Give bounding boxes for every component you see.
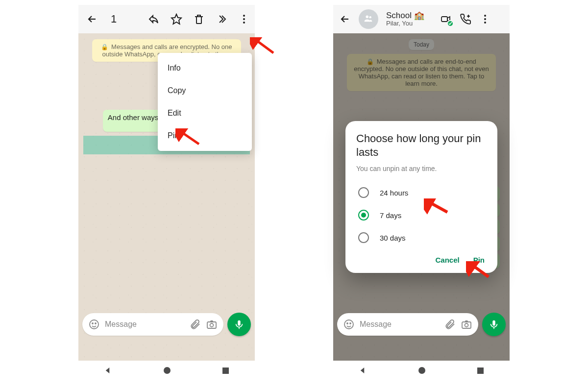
nav-home-icon[interactable] xyxy=(163,367,171,376)
svg-rect-11 xyxy=(207,322,216,328)
composer: Message xyxy=(82,313,251,336)
lock-icon: 🔒 xyxy=(101,44,108,50)
camera-icon[interactable] xyxy=(206,318,218,330)
nav-home-icon[interactable] xyxy=(418,367,426,376)
menu-item-copy[interactable]: Copy xyxy=(158,79,252,102)
android-navbar xyxy=(78,361,255,382)
back-arrow-icon[interactable] xyxy=(339,13,351,25)
dialog-subtitle: You can unpin at any time. xyxy=(356,165,487,172)
svg-point-1 xyxy=(243,15,245,17)
radio-icon xyxy=(358,210,369,220)
radio-option-30d[interactable]: 30 days xyxy=(356,226,487,249)
chat-area: Today 🔒 Messages and calls are end-to-en… xyxy=(333,33,510,361)
svg-point-14 xyxy=(164,367,171,374)
svg-point-17 xyxy=(369,16,371,18)
more-icon[interactable] xyxy=(238,13,250,25)
message-input[interactable]: Message xyxy=(82,313,223,336)
svg-line-5 xyxy=(255,39,273,53)
svg-point-3 xyxy=(243,22,245,24)
chat-title-block[interactable]: School 🏫 Pilar, You xyxy=(386,11,424,27)
radio-icon xyxy=(358,187,369,198)
chat-area: 🔒 Messages and calls are encrypted. No o… xyxy=(78,33,255,361)
radio-option-24h[interactable]: 24 hours xyxy=(356,181,487,204)
svg-point-34 xyxy=(418,367,425,374)
nav-recent-icon[interactable] xyxy=(222,367,229,376)
svg-marker-0 xyxy=(172,14,181,24)
svg-rect-18 xyxy=(441,17,447,22)
mic-button[interactable] xyxy=(227,313,251,336)
pin-duration-dialog: Choose how long your pin lasts You can u… xyxy=(345,121,497,273)
nav-back-icon[interactable] xyxy=(104,366,113,377)
menu-item-pin[interactable]: Pin xyxy=(158,124,252,147)
svg-rect-15 xyxy=(222,368,229,374)
selection-toolbar: 1 xyxy=(78,5,255,33)
svg-point-22 xyxy=(484,18,486,20)
online-badge-icon xyxy=(447,20,454,27)
context-menu: Info Copy Edit Pin xyxy=(158,53,252,151)
phone-right: School 🏫 Pilar, You Today 🔒 Messages and… xyxy=(333,5,510,382)
svg-point-21 xyxy=(484,15,486,17)
attach-icon[interactable] xyxy=(189,318,201,330)
group-icon xyxy=(363,13,374,25)
video-call-icon[interactable] xyxy=(440,13,452,25)
add-call-icon[interactable] xyxy=(460,13,471,25)
selection-count: 1 xyxy=(111,13,117,25)
svg-point-12 xyxy=(210,323,214,327)
android-navbar xyxy=(333,361,510,382)
forward-icon[interactable] xyxy=(216,13,227,25)
nav-back-icon[interactable] xyxy=(359,366,368,377)
chat-subtitle: Pilar, You xyxy=(386,20,424,27)
trash-icon[interactable] xyxy=(193,13,205,25)
input-placeholder: Message xyxy=(105,320,184,329)
star-icon[interactable] xyxy=(171,13,182,25)
more-icon[interactable] xyxy=(479,13,491,25)
svg-point-16 xyxy=(366,16,369,19)
reply-icon[interactable] xyxy=(148,13,160,25)
group-avatar[interactable] xyxy=(359,9,378,29)
svg-point-10 xyxy=(95,323,96,324)
svg-point-9 xyxy=(92,323,93,324)
chat-header: School 🏫 Pilar, You xyxy=(333,5,510,33)
svg-point-23 xyxy=(484,22,486,24)
dialog-title: Choose how long your pin lasts xyxy=(356,132,487,159)
phone-left: 1 🔒 Messages and calls are encrypted. No… xyxy=(78,5,255,382)
svg-point-8 xyxy=(90,320,98,329)
emoji-icon[interactable] xyxy=(88,318,100,330)
menu-item-info[interactable]: Info xyxy=(158,57,252,79)
chat-title: School 🏫 xyxy=(386,11,424,21)
pin-button[interactable]: Pin xyxy=(473,256,485,264)
back-arrow-icon[interactable] xyxy=(86,13,98,25)
menu-item-edit[interactable]: Edit xyxy=(158,102,252,124)
radio-icon xyxy=(358,232,369,243)
radio-option-7d[interactable]: 7 days xyxy=(356,204,487,226)
svg-rect-35 xyxy=(477,368,484,374)
nav-recent-icon[interactable] xyxy=(477,367,484,376)
cancel-button[interactable]: Cancel xyxy=(435,256,459,264)
svg-point-2 xyxy=(243,18,245,20)
annotation-arrow xyxy=(250,37,274,57)
